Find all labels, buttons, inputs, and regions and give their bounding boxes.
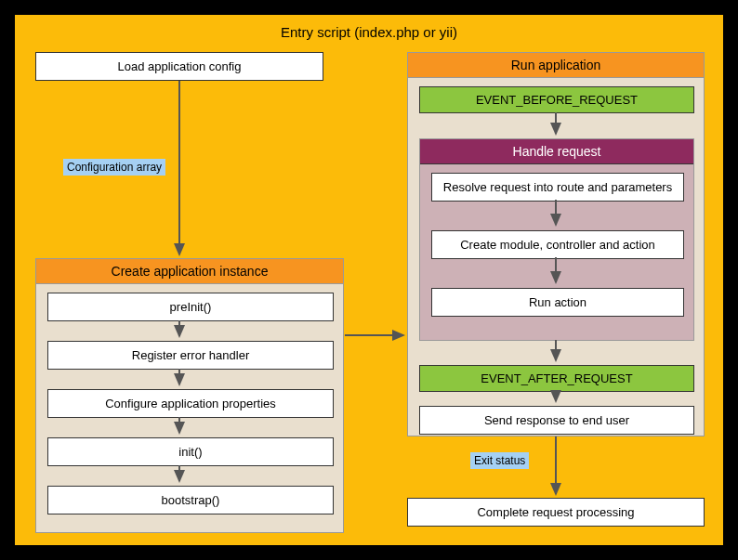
handle-request-header: Handle request <box>420 139 693 164</box>
complete-processing-box: Complete request processing <box>407 498 705 527</box>
event-before-box: EVENT_BEFORE_REQUEST <box>419 86 694 113</box>
init-box: init() <box>47 437 334 466</box>
create-module-box: Create module, controller and action <box>431 230 684 259</box>
register-error-box: Register error handler <box>47 341 334 370</box>
exit-status-label: Exit status <box>470 452 529 469</box>
preinit-box: preInit() <box>47 293 334 321</box>
run-app-group: Run application EVENT_BEFORE_REQUEST Han… <box>407 52 705 436</box>
bootstrap-box: bootstrap() <box>47 486 334 514</box>
configure-props-box: Configure application properties <box>47 389 334 418</box>
entry-script-title: Entry script (index.php or yii) <box>15 24 723 40</box>
config-array-label: Configuration array <box>63 159 165 176</box>
create-instance-group: Create application instance preInit() Re… <box>35 258 344 533</box>
run-action-box: Run action <box>431 288 684 317</box>
run-app-header: Run application <box>408 53 704 78</box>
handle-request-group: Handle request Resolve request into rout… <box>419 138 694 341</box>
send-response-box: Send response to end user <box>419 406 694 435</box>
create-instance-header: Create application instance <box>36 259 343 284</box>
load-config-box: Load application config <box>35 52 323 81</box>
resolve-box: Resolve request into route and parameter… <box>431 173 684 202</box>
event-after-box: EVENT_AFTER_REQUEST <box>419 365 694 392</box>
